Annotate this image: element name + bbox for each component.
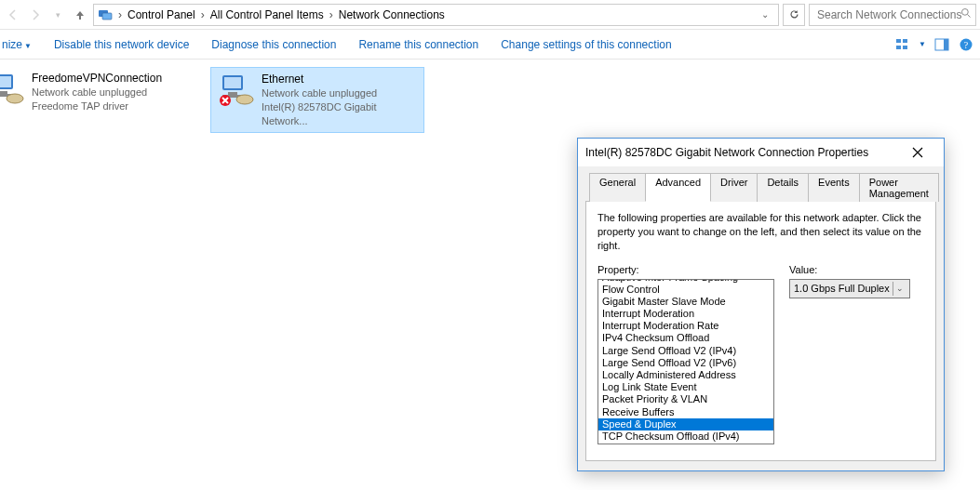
search-icon xyxy=(960,7,972,21)
advanced-description: The following properties are available f… xyxy=(597,211,924,253)
dialog-titlebar[interactable]: Intel(R) 82578DC Gigabit Network Connect… xyxy=(578,139,944,166)
breadcrumb-item[interactable]: All Control Panel Items xyxy=(208,8,326,21)
organize-button[interactable]: nize▼ xyxy=(2,38,32,51)
recent-dropdown-icon[interactable]: ▾ xyxy=(48,6,67,24)
connection-text: FreedomeVPNConnection Network cable unpl… xyxy=(32,71,162,113)
help-icon[interactable]: ? xyxy=(958,36,974,53)
property-item[interactable]: Speed & Duplex xyxy=(598,418,773,430)
svg-point-16 xyxy=(7,94,23,103)
advanced-panel: The following properties are available f… xyxy=(585,201,936,461)
svg-rect-9 xyxy=(944,39,948,50)
tab-events[interactable]: Events xyxy=(808,173,860,202)
svg-rect-6 xyxy=(896,46,901,49)
svg-point-2 xyxy=(962,9,969,16)
tab-driver[interactable]: Driver xyxy=(710,173,758,202)
property-item[interactable]: Large Send Offload V2 (IPv4) xyxy=(598,345,773,357)
breadcrumb-item[interactable]: Control Panel xyxy=(126,8,197,21)
property-label: Property: xyxy=(597,264,774,275)
breadcrumb[interactable]: › Control Panel › All Control Panel Item… xyxy=(93,4,779,26)
address-bar: ▾ › Control Panel › All Control Panel It… xyxy=(0,0,980,30)
property-item[interactable]: Packet Priority & VLAN xyxy=(598,393,773,405)
up-icon[interactable] xyxy=(71,6,89,24)
property-item[interactable]: IPv4 Checksum Offload xyxy=(598,332,773,344)
chevron-down-icon[interactable]: ▼ xyxy=(919,40,926,48)
chevron-down-icon: ⌄ xyxy=(893,282,906,296)
change-settings-button[interactable]: Change settings of this connection xyxy=(501,38,671,51)
dialog-title: Intel(R) 82578DC Gigabit Network Connect… xyxy=(585,146,899,159)
connection-title: Ethernet xyxy=(262,72,418,86)
tab-general[interactable]: General xyxy=(589,173,646,202)
forward-icon[interactable] xyxy=(26,6,45,24)
command-toolbar: nize▼ Disable this network device Diagno… xyxy=(0,30,980,60)
property-item[interactable]: Flow Control xyxy=(598,284,773,296)
toolbar-right: ▼ ? xyxy=(894,36,974,53)
svg-text:?: ? xyxy=(964,40,969,50)
property-item[interactable]: Gigabit Master Slave Mode xyxy=(598,296,773,308)
property-item[interactable]: Receive Buffers xyxy=(598,406,773,418)
close-button[interactable] xyxy=(899,140,936,165)
svg-rect-7 xyxy=(903,46,907,49)
value-label: Value: xyxy=(789,264,910,275)
network-adapter-icon xyxy=(217,72,254,109)
diagnose-button[interactable]: Diagnose this connection xyxy=(211,38,336,51)
rename-button[interactable]: Rename this connection xyxy=(358,38,478,51)
connection-detail: Freedome TAP driver xyxy=(32,99,162,113)
svg-rect-19 xyxy=(228,92,237,95)
disable-device-button[interactable]: Disable this network device xyxy=(54,38,189,51)
view-options-icon[interactable] xyxy=(894,36,911,53)
svg-rect-5 xyxy=(903,39,907,43)
network-connections-icon xyxy=(98,7,113,22)
property-item[interactable]: Interrupt Moderation xyxy=(598,308,773,320)
connections-area: FreedomeVPNConnection Network cable unpl… xyxy=(0,60,980,133)
tab-advanced[interactable]: Advanced xyxy=(645,173,711,202)
property-item[interactable]: TCP Checksum Offload (IPv4) xyxy=(598,430,773,443)
connection-status: Network cable unplugged xyxy=(262,86,418,100)
chevron-right-icon: › xyxy=(199,8,207,21)
value-select[interactable]: 1.0 Gbps Full Duplex ⌄ xyxy=(789,279,910,298)
network-adapter-icon xyxy=(0,71,24,108)
tab-details[interactable]: Details xyxy=(757,173,809,202)
breadcrumb-item[interactable]: Network Connections xyxy=(337,8,447,21)
back-icon[interactable] xyxy=(4,6,22,24)
svg-rect-13 xyxy=(0,76,11,87)
properties-dialog: Intel(R) 82578DC Gigabit Network Connect… xyxy=(577,138,945,471)
refresh-button[interactable] xyxy=(783,4,805,26)
connection-detail: Intel(R) 82578DC Gigabit Network... xyxy=(262,100,418,128)
tab-power-management[interactable]: Power Management xyxy=(859,173,939,202)
connection-item[interactable]: FreedomeVPNConnection Network cable unpl… xyxy=(0,67,195,117)
svg-rect-18 xyxy=(224,77,241,88)
dialog-body: General Advanced Driver Details Events P… xyxy=(578,166,944,470)
search-input[interactable] xyxy=(815,7,970,22)
chevron-right-icon: › xyxy=(328,8,335,21)
svg-rect-4 xyxy=(896,39,901,43)
connection-item[interactable]: Ethernet Network cable unplugged Intel(R… xyxy=(210,67,424,133)
dialog-tabs: General Advanced Driver Details Events P… xyxy=(585,173,936,202)
chevron-right-icon: › xyxy=(116,8,124,21)
svg-rect-14 xyxy=(0,91,7,94)
svg-line-3 xyxy=(968,15,971,18)
property-item[interactable]: Interrupt Moderation Rate xyxy=(598,320,773,332)
property-list[interactable]: Adaptive Inter-Frame SpacingFlow Control… xyxy=(597,279,774,444)
search-box[interactable] xyxy=(809,4,976,26)
svg-rect-1 xyxy=(102,13,112,20)
preview-pane-icon[interactable] xyxy=(933,36,950,53)
property-item[interactable]: Large Send Offload V2 (IPv6) xyxy=(598,357,773,369)
connection-title: FreedomeVPNConnection xyxy=(32,71,162,86)
property-item[interactable]: Log Link State Event xyxy=(598,381,773,393)
property-item[interactable]: Locally Administered Address xyxy=(598,369,773,381)
breadcrumb-dropdown-icon[interactable]: ⌄ xyxy=(759,9,774,20)
value-text: 1.0 Gbps Full Duplex xyxy=(794,283,890,294)
organize-label: nize xyxy=(2,38,22,51)
svg-point-21 xyxy=(236,95,253,104)
chevron-down-icon: ▼ xyxy=(24,42,32,50)
connection-text: Ethernet Network cable unplugged Intel(R… xyxy=(262,72,418,128)
connection-status: Network cable unplugged xyxy=(32,86,162,99)
